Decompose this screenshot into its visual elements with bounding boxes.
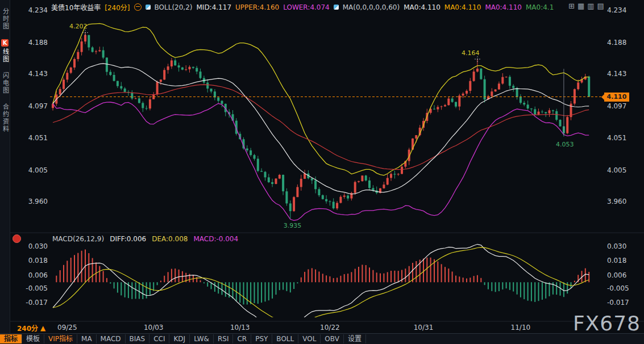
y-axis-label-right: 3.960 bbox=[607, 198, 626, 205]
x-axis-label: 10/03 bbox=[144, 324, 164, 332]
indicator-red-dot-icon[interactable] bbox=[13, 234, 21, 243]
y-axis-label-right: 4.234 bbox=[607, 6, 626, 14]
current-price-tag: 4.110 bbox=[604, 93, 629, 102]
toolbar-item-8[interactable]: KDJ bbox=[169, 334, 190, 343]
layout-grid-icon[interactable]: ⊞ bbox=[568, 2, 575, 10]
macd-axis-label-right: 0.006 bbox=[607, 271, 626, 279]
y-axis-label-left: 4.234 bbox=[28, 6, 48, 14]
layout-rows-icon[interactable]: ▤ bbox=[597, 2, 604, 10]
ma-label: MA(0,0,0,0,0,60) bbox=[343, 3, 400, 11]
toolbar-item-7[interactable]: CCI bbox=[149, 334, 169, 343]
macd-axis-label-right: 0.018 bbox=[607, 257, 626, 265]
macd-axis-label-left: -0.017 bbox=[26, 299, 48, 307]
macd-axis-label-left: 0.018 bbox=[28, 257, 48, 265]
toolbar-item-2[interactable]: 模板 bbox=[22, 334, 44, 343]
price-annotation: 3.935 bbox=[284, 222, 302, 229]
toolbar-item-11[interactable]: CR bbox=[233, 334, 251, 343]
y-axis-label-left: 4.051 bbox=[28, 134, 48, 142]
y-axis-label-left: 4.005 bbox=[28, 166, 48, 174]
sidebar: 分时图K线图闪电图合约资料 bbox=[0, 0, 10, 344]
macd-axis-label-left: 0.006 bbox=[28, 271, 48, 279]
chart-canvas[interactable]: 4.2024.1644.0533.9354.2344.2344.1884.188… bbox=[0, 0, 644, 344]
y-axis-label-left: 4.188 bbox=[28, 39, 48, 47]
x-axis-label: 11/10 bbox=[511, 324, 531, 332]
y-axis-label-left: 4.097 bbox=[28, 102, 48, 110]
y-axis-label-right: 4.005 bbox=[607, 166, 626, 174]
y-axis-label-left: 4.143 bbox=[28, 70, 48, 78]
toolbar-item-3[interactable]: VIP指标 bbox=[44, 334, 77, 343]
window-layout-icons: ⊞▦▥▤ bbox=[568, 2, 604, 10]
macd-axis-label-right: -0.005 bbox=[607, 284, 629, 292]
ma-values: MA0:4.110MA0:4.110MA0:4.110MA0:4.1 bbox=[404, 3, 554, 11]
toolbar-item-6[interactable]: BIAS bbox=[126, 334, 150, 343]
toolbar-item-9[interactable]: LW& bbox=[190, 334, 214, 343]
main-chart-group bbox=[52, 23, 590, 220]
boll-settings-icon[interactable] bbox=[146, 5, 151, 10]
ma-value-4: MA0:4.1 bbox=[526, 3, 554, 11]
macd-header: MACD(26,12,9) DIFF:0.006 DEA:0.008 MACD:… bbox=[52, 235, 238, 243]
macd-pane-group bbox=[53, 244, 589, 328]
symbol-title: 美债10年收益率 bbox=[51, 2, 101, 12]
y-axis-label-right: 4.097 bbox=[607, 102, 626, 110]
x-axis-label: 10/22 bbox=[320, 324, 340, 332]
toolbar-item-13[interactable]: BOLL bbox=[272, 334, 298, 343]
boll-upper-value: UPPER:4.160 bbox=[235, 3, 279, 11]
app-root: 4.2024.1644.0533.9354.2344.2344.1884.188… bbox=[0, 0, 644, 344]
sidebar-item-1[interactable]: 分时图 bbox=[1, 8, 10, 30]
symbol-info-icon[interactable] bbox=[134, 3, 142, 11]
sidebar-item-4[interactable]: 合约资料 bbox=[1, 103, 10, 133]
sidebar-item-label: 合约资料 bbox=[1, 103, 10, 133]
layout-quad-icon[interactable]: ▦ bbox=[577, 2, 584, 10]
price-annotation: 4.164 bbox=[462, 49, 480, 57]
toolbar-item-14[interactable]: VOL bbox=[298, 334, 321, 343]
timeframe-footer-label: 240分 bbox=[17, 323, 38, 333]
toolbar-item-16[interactable]: 设置 bbox=[344, 334, 366, 343]
y-axis-label-right: 4.051 bbox=[607, 134, 626, 142]
macd-macd-value: MACD:-0.004 bbox=[193, 235, 238, 243]
up-triangle-icon: ▲ bbox=[40, 324, 45, 332]
macd-dea-value: DEA:0.008 bbox=[152, 235, 188, 243]
x-axis-label: 10/13 bbox=[230, 324, 250, 332]
toolbar-item-12[interactable]: PSY bbox=[251, 334, 272, 343]
y-axis-label-right: 4.188 bbox=[607, 39, 626, 47]
toolbar-item-4[interactable]: MA bbox=[77, 334, 97, 343]
price-annotation: 4.053 bbox=[556, 141, 574, 148]
toolbar-item-10[interactable]: RSI bbox=[214, 334, 234, 343]
boll-mid-value: MID:4.117 bbox=[196, 3, 231, 11]
watermark-logo: FX678 bbox=[573, 312, 641, 335]
macd-axis-label-right: 0.030 bbox=[607, 242, 626, 250]
x-axis-label: 09/25 bbox=[57, 324, 77, 332]
macd-diff-value: DIFF:0.006 bbox=[110, 235, 146, 243]
x-axis-label: 10/31 bbox=[414, 324, 434, 332]
timeframe-label[interactable]: [240分] bbox=[105, 2, 130, 12]
k-line-badge-icon: K bbox=[1, 39, 9, 47]
boll-label: BOLL(20,2) bbox=[155, 3, 193, 11]
price-annotation: 4.202 bbox=[69, 23, 88, 30]
boll-lower-value: LOWER:4.074 bbox=[283, 3, 330, 11]
chart-header: 美债10年收益率 [240分] BOLL(20,2) MID:4.117 UPP… bbox=[51, 2, 554, 12]
macd-label: MACD(26,12,9) bbox=[52, 235, 104, 243]
sidebar-item-label: 闪电图 bbox=[1, 72, 10, 94]
sidebar-item-2[interactable]: K线图 bbox=[1, 39, 10, 63]
sidebar-item-3[interactable]: 闪电图 bbox=[1, 72, 10, 94]
layout-columns-icon[interactable]: ▥ bbox=[587, 2, 594, 10]
macd-axis-label-left: -0.005 bbox=[26, 284, 48, 292]
macd-axis-label-left: 0.030 bbox=[28, 242, 48, 250]
ma-value-1: MA0:4.110 bbox=[404, 3, 441, 11]
toolbar-item-5[interactable]: MACD bbox=[97, 334, 126, 343]
macd-axis-label-right: -0.017 bbox=[607, 299, 629, 307]
ma-value-3: MA0:4.110 bbox=[485, 3, 522, 11]
timeframe-footer[interactable]: 240分 ▲ bbox=[17, 323, 45, 333]
y-axis-label-left: 3.960 bbox=[28, 198, 48, 205]
y-axis-label-right: 4.143 bbox=[607, 70, 626, 78]
sidebar-item-label: 线图 bbox=[1, 48, 10, 63]
ma-settings-icon[interactable] bbox=[334, 5, 339, 10]
toolbar-item-1[interactable]: 指标 bbox=[0, 334, 22, 343]
sidebar-item-label: 分时图 bbox=[1, 8, 10, 30]
bottom-toolbar: 指标模板VIP指标MAMACDBIASCCIKDJLW&RSICRPSYBOLL… bbox=[0, 333, 644, 344]
toolbar-item-15[interactable]: OBV bbox=[321, 334, 344, 343]
ma-value-2: MA0:4.110 bbox=[444, 3, 481, 11]
